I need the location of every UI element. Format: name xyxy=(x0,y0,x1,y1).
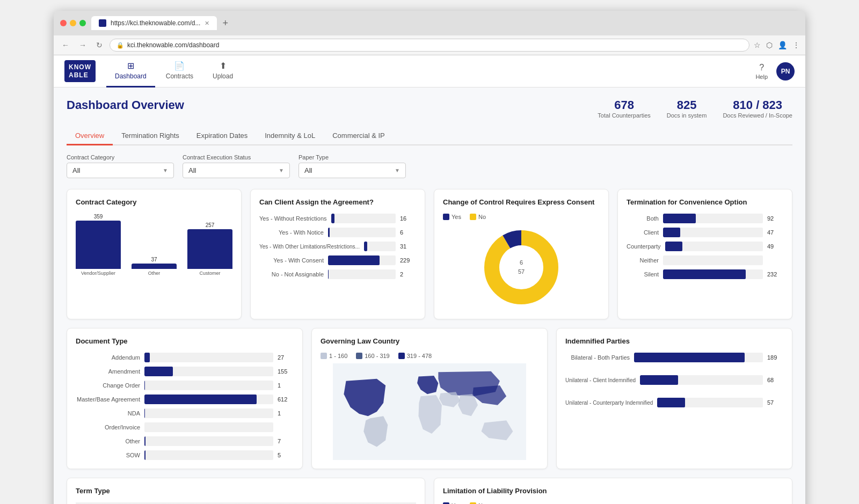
charts-row-2: Document Type Addendum 27 Amendment 155 xyxy=(67,328,792,469)
extensions-icon[interactable]: ⬡ xyxy=(766,41,773,49)
help-label: Help xyxy=(755,74,768,80)
donut-chart-svg: 6 57 xyxy=(478,224,564,310)
term-type-title: Term Type xyxy=(76,487,416,495)
user-initials: PN xyxy=(781,68,790,75)
tab-overview[interactable]: Overview xyxy=(67,127,113,145)
bar-label: Counterparty xyxy=(627,243,661,250)
bar-container xyxy=(328,255,396,265)
filter-paper-type-value: All xyxy=(304,166,312,174)
bar-label: Silent xyxy=(627,271,659,277)
bar-value: 5 xyxy=(278,452,294,458)
back-button[interactable]: ← xyxy=(59,40,72,50)
close-window-button[interactable] xyxy=(60,20,67,26)
change-control-legend: Yes No xyxy=(443,214,600,220)
help-button[interactable]: ? Help xyxy=(755,63,768,80)
bar-other-value: 37 xyxy=(151,257,157,262)
bar-value: 7 xyxy=(278,438,294,444)
menu-icon[interactable]: ⋮ xyxy=(792,41,800,49)
tab-indemnity-lol[interactable]: Indemnity & LoL xyxy=(256,127,324,145)
document-type-chart: Addendum 27 Amendment 155 Change Order xyxy=(76,353,294,460)
new-tab-button[interactable]: + xyxy=(222,18,228,28)
bar-customer-value: 257 xyxy=(206,222,215,228)
tab-termination-rights[interactable]: Termination Rights xyxy=(113,127,188,145)
browser-tab[interactable]: https://kci.theknowable.com/d... ✕ xyxy=(91,16,217,30)
tabs-bar: Overview Termination Rights Expiration D… xyxy=(67,127,792,145)
bar-label: Both xyxy=(627,215,659,222)
document-type-title: Document Type xyxy=(76,337,294,345)
filter-paper-type: Paper Type All ▼ xyxy=(299,154,406,178)
bar-label: Unilateral - Counterparty Indemnified xyxy=(565,399,653,406)
bar-label: Addendum xyxy=(76,354,140,361)
bar-value: 155 xyxy=(278,368,294,375)
bar-fill xyxy=(663,269,746,279)
minimize-window-button[interactable] xyxy=(70,20,76,26)
bar-value: 1 xyxy=(278,410,294,417)
term-type-card: Term Type xyxy=(67,478,425,504)
stat-counterparties-label: Total Counterparties xyxy=(598,112,650,119)
stat-docs-system-value: 825 xyxy=(667,98,707,112)
bar-customer: 257 Customer xyxy=(187,214,232,276)
world-map xyxy=(321,363,538,460)
bar-fill xyxy=(144,436,145,446)
refresh-button[interactable]: ↻ xyxy=(93,40,105,50)
bar-label: Master/Base Agreement xyxy=(76,396,140,403)
filter-execution-status: Contract Execution Status All ▼ xyxy=(183,154,290,178)
bar-label: Change Order xyxy=(76,382,140,389)
browser-addressbar: ← → ↻ 🔒 kci.theknowable.com/dashboard ☆ … xyxy=(54,35,805,55)
bar-label: Amendment xyxy=(76,368,140,375)
nav-upload[interactable]: ⬆ Upload xyxy=(204,55,242,87)
assign-agreement-card: Can Client Assign the Agreement? Yes - W… xyxy=(250,189,425,319)
bar-value: 6 xyxy=(400,229,416,236)
lock-icon: 🔒 xyxy=(117,42,124,49)
termination-convenience-title: Termination for Convenience Option xyxy=(627,198,783,206)
governing-law-legend: 1 - 160 160 - 319 319 - 478 xyxy=(321,353,538,359)
bar-container xyxy=(364,242,396,251)
maximize-window-button[interactable] xyxy=(79,20,86,26)
filter-contract-category-value: All xyxy=(72,166,80,174)
bar-value: 1 xyxy=(278,382,294,389)
map-svg xyxy=(321,363,538,460)
bookmark-icon[interactable]: ☆ xyxy=(754,41,761,49)
bar-row: Change Order 1 xyxy=(76,381,294,390)
bar-row: Unilateral - Client Indemnified 68 xyxy=(565,375,783,385)
nav-dashboard[interactable]: ⊞ Dashboard xyxy=(106,55,155,87)
stat-docs-system-label: Docs in system xyxy=(667,112,707,119)
bar-value: 47 xyxy=(767,229,783,236)
indemnified-parties-chart: Bilateral - Both Parties 189 Unilateral … xyxy=(565,353,783,407)
legend-label: 160 - 319 xyxy=(365,353,389,359)
bar-value: 189 xyxy=(767,354,783,361)
bar-fill xyxy=(634,353,745,362)
bar-fill xyxy=(663,214,696,223)
bar-container xyxy=(144,422,273,432)
bar-row: NDA 1 xyxy=(76,408,294,418)
nav-contracts-label: Contracts xyxy=(166,72,193,80)
filter-execution-status-select[interactable]: All ▼ xyxy=(183,163,290,178)
nav-dashboard-label: Dashboard xyxy=(115,72,147,80)
dashboard-icon: ⊞ xyxy=(127,61,134,71)
bar-row: Both 92 xyxy=(627,214,783,223)
stats-row: 678 Total Counterparties 825 Docs in sys… xyxy=(598,98,792,119)
change-control-title: Change of Control Requires Express Conse… xyxy=(443,198,600,206)
main-nav: ⊞ Dashboard 📄 Contracts ⬆ Upload xyxy=(106,55,242,87)
bar-label: Bilateral - Both Parties xyxy=(565,354,630,361)
forward-button[interactable]: → xyxy=(76,40,89,50)
address-bar[interactable]: 🔒 kci.theknowable.com/dashboard xyxy=(110,39,749,52)
tab-expiration-dates[interactable]: Expiration Dates xyxy=(188,127,256,145)
bar-other-fill xyxy=(132,264,177,269)
filter-contract-category-select[interactable]: All ▼ xyxy=(67,163,174,178)
filter-paper-type-select[interactable]: All ▼ xyxy=(299,163,406,178)
bar-fill xyxy=(665,242,683,251)
bar-value: 92 xyxy=(767,215,783,222)
bar-value: 31 xyxy=(400,243,416,250)
user-avatar[interactable]: PN xyxy=(776,62,795,81)
profile-icon[interactable]: 👤 xyxy=(778,41,787,49)
page-header: Dashboard Overview 678 Total Counterpart… xyxy=(67,98,792,119)
bar-container xyxy=(663,255,763,265)
tab-commercial-ip[interactable]: Commercial & IP xyxy=(324,127,394,145)
bar-label: Order/Invoice xyxy=(76,424,140,430)
legend-yes-dot xyxy=(443,214,449,220)
tab-close-button[interactable]: ✕ xyxy=(205,20,209,27)
nav-contracts[interactable]: 📄 Contracts xyxy=(157,55,202,87)
legend-1-160: 1 - 160 xyxy=(321,353,347,359)
bar-label: Yes - Without Restrictions xyxy=(259,215,327,222)
